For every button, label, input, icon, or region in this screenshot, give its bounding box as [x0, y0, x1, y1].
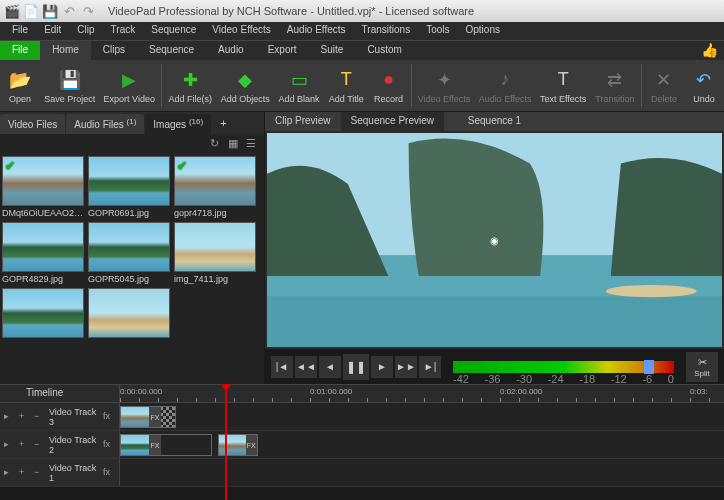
bin-icon[interactable]: ▦ — [228, 137, 242, 151]
menu-video-effects[interactable]: Video Effects — [204, 22, 279, 40]
menu-clip[interactable]: Clip — [69, 22, 102, 40]
goto-end-button[interactable]: ►| — [419, 356, 441, 378]
ribbon-tab-home[interactable]: Home — [40, 41, 91, 60]
export-video-button[interactable]: ▶Export Video — [99, 60, 159, 111]
preview-panel: Clip PreviewSequence 1Sequence Preview ◉… — [265, 112, 724, 384]
preview-tab-sequence-preview[interactable]: Sequence Preview — [341, 112, 444, 131]
refresh-icon[interactable]: ↻ — [210, 137, 224, 151]
playhead[interactable] — [225, 385, 227, 500]
thumb-label: DMqt6OiUEAAO2ET.jpg — [2, 208, 84, 218]
step-fwd-button[interactable]: ► — [371, 356, 393, 378]
track-content[interactable] — [120, 459, 724, 486]
thumb-label: gopr4718.jpg — [174, 208, 256, 218]
ribbon-tab-clips[interactable]: Clips — [91, 41, 137, 60]
clip-fx-icon[interactable]: FX — [246, 435, 257, 455]
text-effects-button[interactable]: TText Effects — [536, 60, 591, 111]
thumbnail-item[interactable]: GOPR4829.jpg — [2, 222, 84, 284]
prev-frame-button[interactable]: ◄◄ — [295, 356, 317, 378]
undo-icon[interactable]: ↶ — [61, 3, 77, 19]
thumbnail-item[interactable]: GOPR0691.jpg — [88, 156, 170, 218]
thumbnail-item[interactable]: ✔gopr4718.jpg — [174, 156, 256, 218]
track-name: Video Track 2 — [49, 435, 100, 455]
add-icon[interactable]: + — [19, 439, 31, 451]
track-content[interactable]: FXFX — [120, 431, 724, 458]
menu-track[interactable]: Track — [103, 22, 144, 40]
ribbon-tab-file[interactable]: File — [0, 41, 40, 60]
remove-icon[interactable]: − — [34, 467, 46, 479]
thumbnail-item[interactable] — [88, 288, 170, 340]
menu-transitions[interactable]: Transitions — [354, 22, 419, 40]
time-mark: 0:02:00.000 — [500, 387, 542, 396]
thumbnail-item[interactable]: img_7411.jpg — [174, 222, 256, 284]
fx-icon[interactable]: fx — [103, 467, 115, 479]
preview-viewport[interactable]: ◉ — [267, 133, 722, 347]
time-mark: 0:03: — [690, 387, 708, 396]
add-icon[interactable]: + — [19, 467, 31, 479]
like-icon[interactable]: 👍 — [701, 42, 718, 58]
track: ▸ + − Video Track 3 fx FX — [0, 403, 724, 431]
save-project-button[interactable]: 💾Save Project — [40, 60, 99, 111]
ribbon-tab-custom[interactable]: Custom — [355, 41, 413, 60]
thumbnail-item[interactable] — [2, 288, 84, 340]
ribbon-tab-export[interactable]: Export — [256, 41, 309, 60]
add-files-button[interactable]: ✚Add File(s) — [164, 60, 216, 111]
add-blank-button[interactable]: ▭Add Blank — [274, 60, 324, 111]
bin-tab-audio-files[interactable]: Audio Files (1) — [66, 114, 144, 134]
collapse-icon[interactable]: ▸ — [4, 411, 16, 423]
bin-tab-images[interactable]: Images (16) — [145, 114, 211, 134]
save-icon[interactable]: 💾 — [42, 3, 58, 19]
collapse-icon[interactable]: ▸ — [4, 467, 16, 479]
open-button[interactable]: 📂Open — [0, 60, 40, 111]
ribbon-tab-suite[interactable]: Suite — [309, 41, 356, 60]
play-pause-button[interactable]: ❚❚ — [343, 354, 369, 380]
clip[interactable]: FX — [120, 434, 212, 456]
track-header: ▸ + − Video Track 2 fx — [0, 431, 120, 458]
thumbnail-item[interactable]: GOPR5045.jpg — [88, 222, 170, 284]
playback-controls: 0:00:41.732 |◄ ◄◄ ◄ ❚❚ ► ►► ►| -42-36-30… — [265, 349, 724, 384]
new-icon[interactable]: 📄 — [23, 3, 39, 19]
collapse-icon[interactable]: ▸ — [4, 439, 16, 451]
thumb-image — [88, 156, 170, 206]
track-content[interactable]: FX — [120, 403, 724, 430]
bin-tabs: Video Files Audio Files (1)Images (16)+ — [0, 112, 264, 134]
menu-options[interactable]: Options — [458, 22, 508, 40]
menu-sequence[interactable]: Sequence — [143, 22, 204, 40]
track: ▸ + − Video Track 2 fx FXFX — [0, 431, 724, 459]
split-button[interactable]: ✂ Split — [686, 352, 718, 382]
preview-tab-clip-preview[interactable]: Clip Preview — [265, 112, 341, 131]
menu-edit[interactable]: Edit — [36, 22, 69, 40]
clip-fx-icon[interactable]: FX — [149, 407, 161, 427]
add-objects-button[interactable]: ◆Add Objects — [216, 60, 274, 111]
next-frame-button[interactable]: ►► — [395, 356, 417, 378]
bin-tab-video-files[interactable]: Video Files — [0, 114, 65, 134]
thumbnail-item[interactable]: ✔DMqt6OiUEAAO2ET.jpg — [2, 156, 84, 218]
track-header: ▸ + − Video Track 3 fx — [0, 403, 120, 430]
add-title-button[interactable]: TAdd Title — [324, 60, 369, 111]
clip-fx-icon[interactable]: FX — [149, 435, 161, 455]
thumb-image — [174, 222, 256, 272]
add-bin-tab-button[interactable]: + — [212, 114, 234, 134]
menu-audio-effects[interactable]: Audio Effects — [279, 22, 354, 40]
fx-icon[interactable]: fx — [103, 411, 115, 423]
clip[interactable]: FX — [120, 406, 176, 428]
remove-icon[interactable]: − — [34, 411, 46, 423]
redo-icon[interactable]: ↷ — [80, 3, 96, 19]
fx-icon[interactable]: fx — [103, 439, 115, 451]
remove-icon[interactable]: − — [34, 439, 46, 451]
record-button[interactable]: ●Record — [369, 60, 409, 111]
ribbon-tab-audio[interactable]: Audio — [206, 41, 256, 60]
add-icon[interactable]: + — [19, 411, 31, 423]
menu-tools[interactable]: Tools — [418, 22, 457, 40]
menu-file[interactable]: File — [4, 22, 36, 40]
thumb-image: ✔ — [174, 156, 256, 206]
step-back-button[interactable]: ◄ — [319, 356, 341, 378]
center-cursor-icon: ◉ — [490, 235, 499, 246]
thumbnail-grid[interactable]: ✔DMqt6OiUEAAO2ET.jpgGOPR0691.jpg✔gopr471… — [0, 154, 264, 384]
ribbon-tab-sequence[interactable]: Sequence — [137, 41, 206, 60]
list-icon[interactable]: ☰ — [246, 137, 260, 151]
undo-button[interactable]: ↶Undo — [684, 60, 724, 111]
goto-start-button[interactable]: |◄ — [271, 356, 293, 378]
timeline-ruler[interactable]: Timeline 0:00:00.0000:01:00.0000:02:00.0… — [0, 385, 724, 403]
clip[interactable]: FX — [218, 434, 258, 456]
add-files-icon: ✚ — [178, 68, 202, 92]
